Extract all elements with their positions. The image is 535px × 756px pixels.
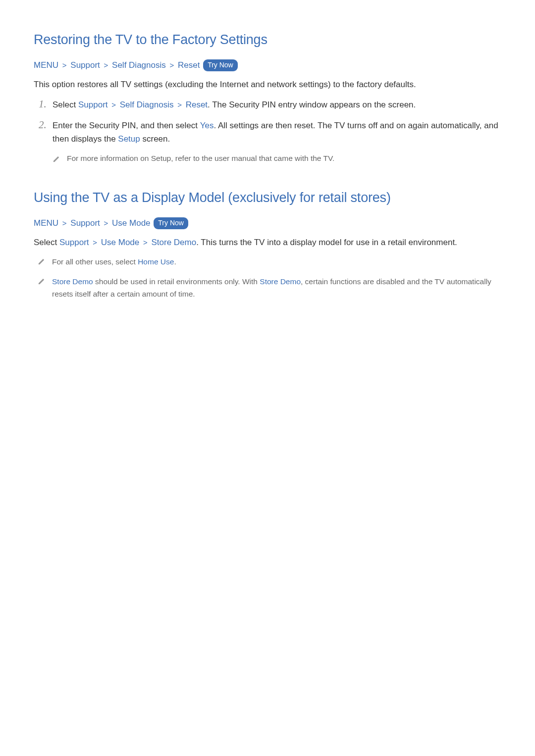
path-sep: > bbox=[62, 61, 67, 69]
path-self-diagnosis: Self Diagnosis bbox=[112, 60, 166, 70]
text: screen. bbox=[140, 134, 170, 144]
sep: > bbox=[93, 238, 97, 247]
sep: > bbox=[177, 101, 182, 109]
accent-reset: Reset bbox=[186, 100, 208, 109]
accent-yes: Yes bbox=[200, 121, 214, 130]
path-sep: > bbox=[104, 61, 108, 69]
sep: > bbox=[111, 101, 116, 109]
step-1: 1. Select Support > Self Diagnosis > Res… bbox=[39, 98, 501, 111]
try-now-badge: Try Now bbox=[154, 217, 188, 229]
pencil-icon bbox=[38, 277, 45, 289]
intro-text-display-model: Select Support > Use Mode > Store Demo. … bbox=[34, 236, 501, 249]
note-setup-info: For more information on Setup, refer to … bbox=[53, 152, 501, 167]
path-reset: Reset bbox=[178, 60, 200, 70]
accent-use-mode: Use Mode bbox=[101, 238, 139, 247]
path-support: Support bbox=[70, 60, 100, 70]
step-number: 1. bbox=[39, 98, 53, 111]
accent-home-use: Home Use bbox=[138, 257, 174, 266]
step-number: 2. bbox=[39, 119, 53, 167]
note-home-use: For all other uses, select Home Use. bbox=[38, 256, 501, 269]
heading-display-model: Using the TV as a Display Model (exclusi… bbox=[34, 188, 501, 208]
text: should be used in retail environments on… bbox=[93, 277, 260, 286]
path-menu: MENU bbox=[34, 60, 58, 70]
note-text: Store Demo should be used in retail envi… bbox=[52, 276, 501, 301]
section-display-model: Using the TV as a Display Model (exclusi… bbox=[34, 188, 501, 301]
steps-list: 1. Select Support > Self Diagnosis > Res… bbox=[39, 98, 501, 167]
path-sep: > bbox=[104, 219, 108, 227]
note-store-demo: Store Demo should be used in retail envi… bbox=[38, 276, 501, 301]
sep: > bbox=[143, 238, 148, 247]
pencil-icon bbox=[38, 257, 45, 269]
accent-store-demo: Store Demo bbox=[52, 277, 93, 286]
text: . This turns the TV into a display model… bbox=[196, 238, 457, 247]
accent-support: Support bbox=[78, 100, 108, 109]
note-text: For more information on Setup, refer to … bbox=[67, 152, 334, 165]
step-2: 2. Enter the Security PIN, and then sele… bbox=[39, 119, 501, 167]
path-sep: > bbox=[169, 61, 174, 69]
note-text: For all other uses, select Home Use. bbox=[52, 256, 176, 268]
try-now-badge: Try Now bbox=[203, 59, 238, 71]
accent-store-demo: Store Demo bbox=[260, 277, 301, 286]
text: . The Security PIN entry window appears … bbox=[208, 100, 416, 109]
step-body: Select Support > Self Diagnosis > Reset.… bbox=[53, 98, 501, 111]
path-sep: > bbox=[62, 219, 67, 227]
menu-path-restoring: MENU > Support > Self Diagnosis > Reset … bbox=[34, 59, 501, 72]
menu-path-display-model: MENU > Support > Use Mode Try Now bbox=[34, 217, 501, 230]
path-use-mode: Use Mode bbox=[112, 218, 150, 228]
section-restoring: Restoring the TV to the Factory Settings… bbox=[34, 30, 501, 167]
text: For all other uses, select bbox=[52, 257, 138, 266]
path-menu: MENU bbox=[34, 218, 58, 228]
text: Select bbox=[53, 100, 78, 109]
step-body: Enter the Security PIN, and then select … bbox=[53, 119, 501, 167]
accent-setup: Setup bbox=[118, 134, 140, 144]
accent-store-demo: Store Demo bbox=[151, 238, 196, 247]
text: Enter the Security PIN, and then select bbox=[53, 121, 200, 130]
accent-support: Support bbox=[59, 238, 89, 247]
text: Select bbox=[34, 238, 59, 247]
text: . bbox=[174, 257, 176, 266]
intro-text-restoring: This option restores all TV settings (ex… bbox=[34, 78, 501, 91]
path-support: Support bbox=[70, 218, 100, 228]
heading-restoring: Restoring the TV to the Factory Settings bbox=[34, 30, 501, 50]
pencil-icon bbox=[53, 153, 60, 167]
accent-self-diagnosis: Self Diagnosis bbox=[120, 100, 174, 109]
